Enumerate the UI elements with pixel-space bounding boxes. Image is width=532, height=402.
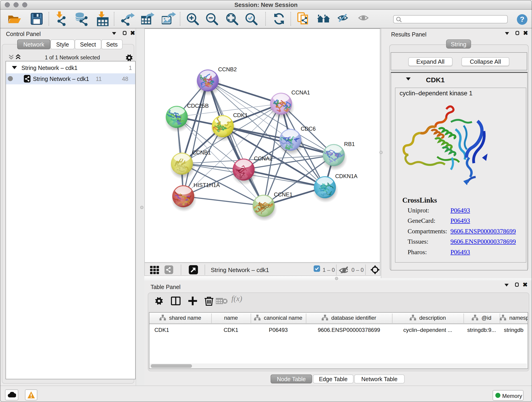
svg-text:CDKN1A: CDKN1A bbox=[335, 173, 357, 179]
svg-text:CCNA2: CCNA2 bbox=[254, 155, 272, 162]
svg-text:CDK1: CDK1 bbox=[233, 112, 248, 118]
svg-text:CCNE1: CCNE1 bbox=[274, 191, 293, 198]
svg-text:RB1: RB1 bbox=[344, 141, 355, 147]
svg-text:CCNB1: CCNB1 bbox=[192, 149, 211, 156]
svg-text:CCNA1: CCNA1 bbox=[291, 89, 310, 96]
svg-text:HIST1H1A: HIST1H1A bbox=[194, 182, 220, 188]
svg-text:CDC6: CDC6 bbox=[301, 126, 316, 132]
svg-text:CCNB2: CCNB2 bbox=[218, 66, 237, 72]
svg-text:CDC25B: CDC25B bbox=[187, 103, 209, 109]
